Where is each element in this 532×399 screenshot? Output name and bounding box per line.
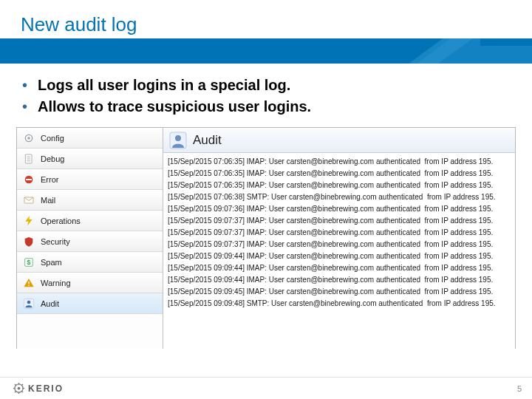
svg-line-25 — [15, 384, 16, 386]
sidebar-item-mail[interactable]: Mail — [17, 190, 163, 211]
sidebar-item-label: Error — [41, 175, 58, 184]
log-row[interactable]: [15/Sep/2015 09:09:44] IMAP: User carste… — [168, 274, 514, 286]
brand-text: KERIO — [28, 383, 64, 394]
bolt-icon — [23, 215, 35, 227]
svg-point-1 — [27, 137, 30, 139]
dollar-icon: $ — [23, 256, 35, 268]
header-band — [0, 38, 532, 64]
svg-line-26 — [21, 391, 23, 392]
sidebar-item-label: Warning — [41, 279, 71, 287]
log-row[interactable]: [15/Sep/2015 09:09:48] SMTP: User carste… — [168, 298, 514, 310]
bullet-list: • Logs all user logins in a special log.… — [22, 77, 516, 120]
sidebar-item-label: Operations — [41, 216, 81, 225]
svg-rect-7 — [26, 179, 32, 180]
bullet-text: Logs all user logins in a special log. — [38, 77, 290, 94]
sidebar-item-label: Security — [41, 237, 70, 246]
gear-icon — [23, 132, 35, 144]
bullet-dot-icon: • — [22, 77, 27, 93]
sidebar-item-error[interactable]: Error — [17, 169, 163, 190]
page-number: 5 — [517, 384, 522, 393]
svg-text:$: $ — [27, 259, 31, 266]
log-row[interactable]: [15/Sep/2015 07:06:35] IMAP: User carste… — [168, 168, 514, 180]
slide-footer: KERIO 5 — [0, 377, 532, 399]
sidebar-item-audit[interactable]: Audit — [17, 293, 163, 314]
log-row[interactable]: [15/Sep/2015 07:06:35] IMAP: User carste… — [168, 180, 514, 191]
slide-header: New audit log — [0, 0, 532, 64]
log-row[interactable]: [15/Sep/2015 09:07:37] IMAP: User carste… — [168, 215, 514, 227]
log-row[interactable]: [15/Sep/2015 09:09:44] IMAP: User carste… — [168, 250, 514, 262]
svg-marker-9 — [25, 216, 32, 225]
svg-line-28 — [21, 384, 23, 386]
svg-point-18 — [175, 135, 181, 141]
gear-icon — [13, 383, 24, 394]
log-row[interactable]: [15/Sep/2015 09:09:44] IMAP: User carste… — [168, 262, 514, 274]
brand-logo: KERIO — [13, 383, 64, 394]
sidebar-item-label: Mail — [41, 196, 55, 205]
svg-rect-13 — [28, 282, 29, 284]
arrow-graphic — [362, 38, 532, 64]
log-category-sidebar: ConfigDebugErrorMailOperationsSecurity$S… — [17, 128, 163, 349]
sidebar-item-label: Spam — [41, 258, 62, 267]
svg-line-27 — [15, 391, 16, 392]
log-row[interactable]: [15/Sep/2015 09:07:37] IMAP: User carste… — [168, 227, 514, 239]
bullet-item: • Allows to trace suspicious user logins… — [22, 98, 516, 115]
svg-rect-14 — [28, 284, 29, 285]
log-main-pane: Audit [15/Sep/2015 07:06:35] IMAP: User … — [163, 128, 515, 349]
log-row[interactable]: [15/Sep/2015 09:07:36] IMAP: User carste… — [168, 203, 514, 215]
log-row[interactable]: [15/Sep/2015 07:06:35] IMAP: User carste… — [168, 156, 514, 168]
sidebar-item-label: Audit — [41, 299, 59, 308]
log-row[interactable]: [15/Sep/2015 09:09:45] IMAP: User carste… — [168, 286, 514, 298]
log-pane-header: Audit — [163, 128, 515, 153]
bullet-item: • Logs all user logins in a special log. — [22, 77, 516, 94]
slide-title: New audit log — [21, 13, 137, 36]
sidebar-item-label: Config — [41, 134, 64, 143]
log-row[interactable]: [15/Sep/2015 07:06:38] SMTP: User carste… — [168, 191, 514, 203]
sidebar-item-config[interactable]: Config — [17, 128, 163, 149]
user-icon — [169, 132, 187, 149]
svg-point-16 — [27, 300, 31, 304]
sidebar-item-warning[interactable]: Warning — [17, 273, 163, 293]
warning-icon — [23, 277, 35, 289]
user-icon — [23, 298, 35, 310]
slide-body: • Logs all user logins in a special log.… — [0, 64, 532, 399]
app-panel: ConfigDebugErrorMailOperationsSecurity$S… — [16, 127, 516, 349]
sidebar-item-label: Debug — [41, 154, 64, 163]
sidebar-item-operations[interactable]: Operations — [17, 211, 163, 231]
shield-icon — [23, 236, 35, 248]
bullet-dot-icon: • — [22, 98, 27, 115]
sidebar-item-spam[interactable]: $Spam — [17, 252, 163, 273]
sidebar-item-debug[interactable]: Debug — [17, 149, 163, 169]
bullet-text: Allows to trace suspicious user logins. — [38, 98, 311, 115]
log-row[interactable]: [15/Sep/2015 09:07:37] IMAP: User carste… — [168, 239, 514, 250]
page-icon — [23, 153, 35, 165]
no-entry-icon — [23, 174, 35, 185]
envelope-icon — [23, 194, 35, 206]
log-list[interactable]: [15/Sep/2015 07:06:35] IMAP: User carste… — [163, 153, 515, 349]
log-pane-title: Audit — [193, 133, 222, 148]
sidebar-item-security[interactable]: Security — [17, 231, 163, 252]
svg-point-20 — [18, 387, 21, 390]
